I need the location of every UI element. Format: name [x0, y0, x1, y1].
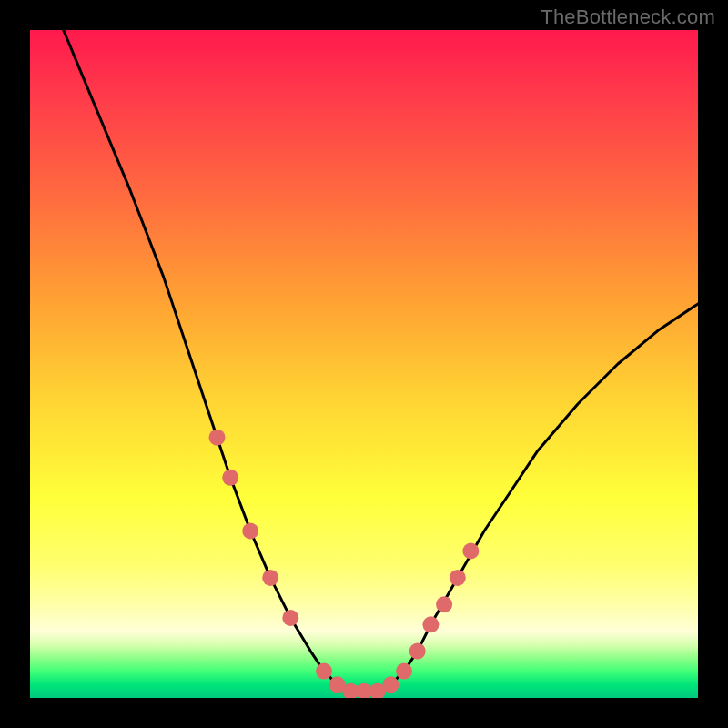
marker-dot	[222, 470, 238, 486]
watermark: TheBottleneck.com	[541, 5, 715, 29]
marker-dot	[436, 596, 452, 612]
curve-svg	[30, 30, 698, 698]
plot-area	[30, 30, 698, 698]
marker-dot	[382, 676, 399, 693]
chart-frame: TheBottleneck.com	[0, 0, 728, 728]
marker-dot	[209, 430, 226, 446]
marker-dot	[462, 543, 479, 560]
marker-group	[209, 430, 480, 698]
marker-dot	[242, 523, 258, 540]
marker-dot	[282, 610, 298, 626]
marker-dot	[410, 643, 426, 660]
marker-dot	[396, 663, 412, 680]
bottleneck-curve	[64, 30, 698, 692]
marker-dot	[422, 616, 439, 632]
curve-line	[64, 30, 698, 692]
marker-dot	[262, 570, 278, 586]
marker-dot	[316, 663, 332, 680]
marker-dot	[450, 570, 466, 586]
